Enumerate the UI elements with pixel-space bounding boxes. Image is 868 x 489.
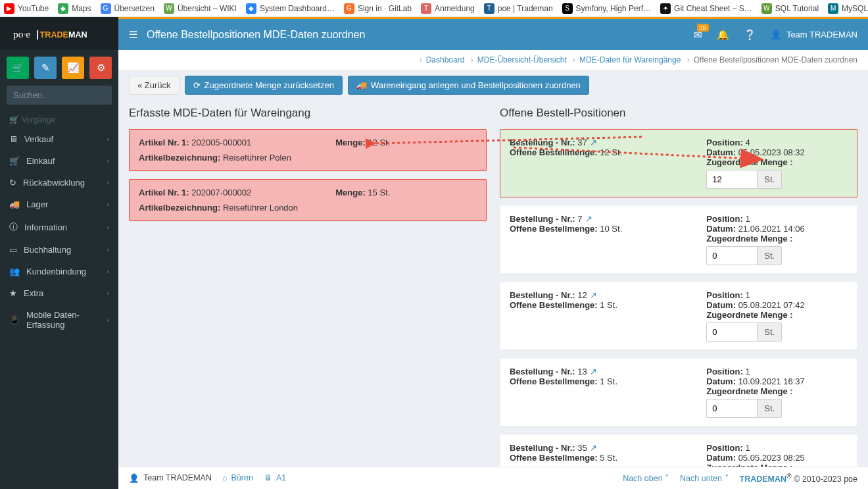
footer-location[interactable]: ⌂Büren	[222, 473, 253, 482]
right-heading: Offene Bestell-Positionen	[500, 107, 857, 120]
truck-icon: 🚚	[356, 80, 367, 90]
bookmark-label: Anmeldung	[435, 4, 475, 13]
bookmark-icon: M	[828, 3, 838, 14]
bookmark-bar: ▶YouTube◆MapsGÜbersetzenWÜbersicht – WIK…	[0, 0, 868, 17]
help-icon[interactable]: ❔	[744, 29, 756, 41]
nav-label: Einkauf	[26, 156, 55, 166]
crumb-mde-overview[interactable]: MDE-Übersicht-Übersicht	[477, 55, 567, 64]
unit-label: St.	[758, 246, 782, 265]
user-icon: 👤	[129, 473, 139, 483]
order-position-card[interactable]: Bestellung - Nr.: 35↗ Offene Bestellmeng…	[500, 434, 857, 467]
bookmark-label: SQL Tutorial	[775, 4, 819, 13]
svg-text:|: |	[36, 29, 39, 39]
assigned-qty-input[interactable]	[706, 322, 758, 342]
user-icon: 👤	[771, 30, 781, 39]
edit-button[interactable]: ✎	[34, 57, 57, 79]
bookmark-item[interactable]: Tpoe | Trademan	[484, 3, 553, 14]
chevron-left-icon: ‹	[107, 201, 109, 208]
nav-icon: 🛒	[9, 156, 20, 166]
bookmark-item[interactable]: GÜbersetzen	[101, 3, 155, 14]
cart-button[interactable]: 🛒	[7, 57, 29, 79]
footer: 👤Team TRADEMAN ⌂Büren 🖥A1 Nach oben ˄ Na…	[118, 467, 868, 489]
sidebar-item[interactable]: 👥Kundenbindung‹	[0, 261, 118, 282]
order-position-card[interactable]: Bestellung - Nr.: 13↗ Offene Bestellmeng…	[500, 358, 857, 426]
logo[interactable]: po·e| TRADEMAN	[0, 17, 118, 50]
bookmark-item[interactable]: GSign in · GitLab	[344, 3, 412, 14]
nav-label: Mobile Daten-Erfassung	[26, 310, 101, 330]
search-input[interactable]	[7, 86, 112, 105]
user-menu[interactable]: 👤Team TRADEMAN	[771, 30, 857, 39]
crumb-current: Offene Bestellpositionen MDE-Daten zuord…	[694, 55, 857, 64]
unit-label: St.	[758, 322, 782, 342]
external-link-icon[interactable]: ↗	[590, 443, 597, 453]
bookmark-icon: ◆	[246, 3, 256, 14]
bookmark-label: YouTube	[18, 4, 49, 13]
external-link-icon[interactable]: ↗	[590, 367, 597, 376]
chevron-left-icon: ‹	[107, 136, 109, 143]
bookmark-item[interactable]: MMySQL :: MySQL 8…	[828, 3, 868, 14]
page-title: Offene Bestellpositionen MDE-Daten zuord…	[147, 29, 365, 41]
scroll-up-link[interactable]: Nach oben ˄	[623, 473, 669, 483]
footer-user: 👤Team TRADEMAN	[129, 473, 212, 483]
sidebar-item[interactable]: 🛒Einkauf‹	[0, 150, 118, 172]
sidebar-section-header: 🛒Vorgänge	[0, 111, 118, 128]
assigned-qty-input[interactable]	[706, 246, 758, 265]
assigned-qty-input[interactable]	[706, 170, 758, 189]
bookmark-label: Übersetzen	[114, 4, 155, 13]
sidebar-item[interactable]: ★Extra‹	[0, 282, 118, 304]
sidebar-item[interactable]: ▭Buchhaltung‹	[0, 239, 118, 261]
action-buttons: 🛒 ✎ 📈 ⚙	[0, 50, 118, 83]
sidebar-item[interactable]: ⓘInformation‹	[0, 215, 118, 239]
bookmark-icon: ✦	[660, 3, 671, 14]
sidebar-item[interactable]: 🚚Lager‹	[0, 193, 118, 215]
assigned-qty-input[interactable]	[706, 399, 758, 418]
external-link-icon[interactable]: ↗	[590, 138, 597, 147]
breadcrumb: ›Dashboard ›MDE-Übersicht-Übersicht ›MDE…	[118, 50, 868, 70]
sidebar-item[interactable]: ↻Rückabwicklung‹	[0, 172, 118, 193]
bookmark-label: Übersicht – WIKI	[178, 4, 237, 13]
topbar: ☰ Offene Bestellpositionen MDE-Daten zuo…	[118, 17, 868, 50]
bookmark-item[interactable]: ▶YouTube	[4, 3, 49, 14]
sidebar-item[interactable]: 🖥Verkauf‹	[0, 128, 118, 150]
external-link-icon[interactable]: ↗	[585, 214, 592, 224]
mde-card[interactable]: Artikel Nr. 1: 202005-000001Menge: 12 St…	[129, 129, 487, 171]
bookmark-icon: W	[761, 3, 772, 14]
bookmark-item[interactable]: TAnmeldung	[421, 3, 475, 14]
footer-device[interactable]: 🖥A1	[264, 473, 286, 482]
bookmark-icon: G	[344, 3, 354, 14]
order-position-card[interactable]: Bestellung - Nr.: 37↗ Offene Bestellmeng…	[500, 129, 857, 197]
nav-label: Rückabwicklung	[23, 178, 85, 188]
nav-label: Information	[24, 222, 67, 232]
bookmark-item[interactable]: ✦Git Cheat Sheet – S…	[660, 3, 752, 14]
bookmark-item[interactable]: SSymfony, High Perf…	[562, 3, 651, 14]
reset-qty-button[interactable]: ⟳Zugeordnete Menge zurücksetzen	[185, 76, 343, 95]
chevron-left-icon: ‹	[107, 179, 109, 186]
bookmark-label: poe | Trademan	[498, 4, 553, 13]
home-icon: ⌂	[222, 473, 228, 482]
sidebar-item[interactable]: 📱Mobile Daten-Erfassung‹	[0, 304, 118, 336]
nav-label: Buchhaltung	[24, 245, 71, 255]
scroll-down-link[interactable]: Nach unten ˅	[680, 473, 729, 483]
bell-icon[interactable]: 🔔	[717, 29, 729, 41]
mail-icon[interactable]: ✉15	[694, 29, 702, 41]
settings-button[interactable]: ⚙	[89, 57, 112, 79]
order-position-card[interactable]: Bestellung - Nr.: 12↗ Offene Bestellmeng…	[500, 282, 857, 350]
bookmark-item[interactable]: ◆Maps	[58, 3, 91, 14]
crumb-mde-wareingang[interactable]: MDE-Daten für Wareingänge	[579, 55, 681, 64]
refresh-icon: ⟳	[193, 80, 201, 90]
chart-button[interactable]: 📈	[62, 57, 84, 79]
bookmark-item[interactable]: WÜbersicht – WIKI	[164, 3, 237, 14]
create-goods-receipt-button[interactable]: 🚚Wareneingang anlegen und Bestellpositio…	[348, 76, 589, 95]
bookmark-item[interactable]: WSQL Tutorial	[761, 3, 819, 14]
footer-brand: TRADEMAN® © 2010-2023 poe	[740, 473, 857, 484]
menu-toggle-icon[interactable]: ☰	[129, 29, 137, 41]
nav-icon: ▭	[9, 245, 17, 255]
back-button[interactable]: « Zurück	[129, 76, 180, 95]
chevron-left-icon: ‹	[107, 317, 109, 324]
external-link-icon[interactable]: ↗	[590, 290, 597, 300]
mde-card[interactable]: Artikel Nr. 1: 202007-000002Menge: 15 St…	[129, 179, 487, 221]
bookmark-item[interactable]: ◆System Dashboard…	[246, 3, 335, 14]
crumb-dashboard[interactable]: Dashboard	[426, 55, 465, 64]
nav-icon: ★	[9, 288, 17, 298]
order-position-card[interactable]: Bestellung - Nr.: 7↗ Offene Bestellmenge…	[500, 205, 857, 274]
